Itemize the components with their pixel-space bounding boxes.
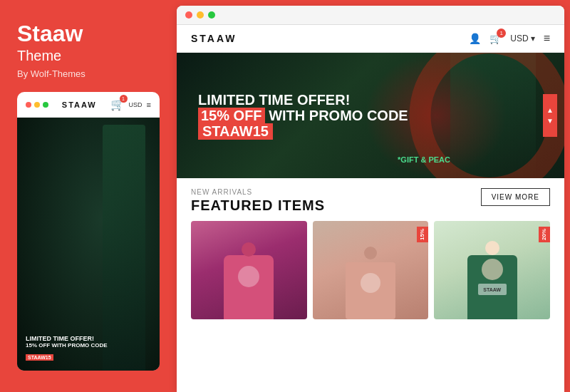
mobile-currency: USD [129,101,142,108]
user-icon[interactable]: 👤 [469,33,481,44]
hero-text: LIMITED TIME OFFER! 15% OFF WITH PROMO C… [198,92,408,140]
hero-line3: STAAW15 [198,123,273,140]
hero-line2-rest: WITH PROMO CODE [269,108,408,123]
scroll-down-icon: ▼ [546,117,554,125]
browser-window: STAAW 👤 🛒 1 USD ▾ ≡ LIMITED TIME OFFER! [177,6,564,392]
view-more-button[interactable]: VIEW MORE [481,188,550,206]
store-nav: STAAW 👤 🛒 1 USD ▾ ≡ [177,25,564,53]
hamburger-menu-icon[interactable]: ≡ [544,32,550,45]
mobile-dot-red [26,102,31,108]
featured-title: FEATURED ITEMS [191,197,325,214]
mobile-dots [26,102,48,108]
store-logo: STAAW [191,33,237,44]
mobile-preview-header: STAAW 🛒 1 USD ≡ [17,92,160,118]
browser-dot-red [185,11,192,19]
mobile-menu-icon: ≡ [147,100,151,109]
mobile-preview: STAAW 🛒 1 USD ≡ LIMITED TIME OFFER! 15% … [17,92,160,371]
hero-line2: 15% OFF WITH PROMO CODE [198,108,408,123]
featured-header: NEW ARRIVALS FEATURED ITEMS VIEW MORE [191,188,550,214]
featured-header-left: NEW ARRIVALS FEATURED ITEMS [191,188,325,214]
brand-title: Staaw [17,21,160,46]
chevron-down-icon: ▾ [531,33,535,43]
mobile-cart-badge: 1 [120,95,128,103]
cart-wrapper[interactable]: 🛒 1 [489,32,502,45]
currency-label: USD [510,33,528,43]
mobile-cart-icon: 🛒 1 [110,98,125,111]
mobile-hero-line3: STAAW15 [26,354,53,361]
sidebar-brand: Staaw Theme By Wolf-Themes [17,21,160,92]
browser-dot-yellow [197,11,204,19]
product-card-3[interactable]: STAAW 20% [434,221,550,319]
mobile-nav-icons: 🛒 1 USD ≡ [110,98,151,111]
hoodie-shape [224,255,274,319]
browser-dot-green [208,11,215,19]
brand-subtitle: Theme [17,48,160,64]
mobile-dot-yellow [34,102,40,108]
mobile-hero-line2: 15% OFF WITH PROMO CODE [26,342,108,349]
featured-section: NEW ARRIVALS FEATURED ITEMS VIEW MORE [177,178,564,392]
hero-gift-text: *GIFT & PEAC [398,155,450,164]
mobile-hero-figure [103,125,145,371]
jacket-shape: STAAW [467,255,517,319]
product-grid: 15% STAAW 20% [191,221,550,319]
sidebar: Staaw Theme By Wolf-Themes STAAW 🛒 1 USD… [0,0,177,392]
product-card-1[interactable] [191,221,307,319]
browser-content: STAAW 👤 🛒 1 USD ▾ ≡ LIMITED TIME OFFER! [177,25,564,392]
hero-highlight: 15% OFF [198,108,265,123]
scroll-up-icon: ▲ [546,106,554,114]
store-nav-right: 👤 🛒 1 USD ▾ ≡ [469,32,550,45]
mobile-hero-text: LIMITED TIME OFFER! 15% OFF WITH PROMO C… [26,335,108,362]
mobile-hero-line1: LIMITED TIME OFFER! [26,335,108,343]
new-arrivals-label: NEW ARRIVALS [191,188,325,196]
hero-line1: LIMITED TIME OFFER! [198,92,408,108]
tshirt-shape [346,262,395,319]
cart-badge: 1 [497,29,506,38]
product-badge-3: 20% [539,227,550,242]
product-badge-2: 15% [417,227,428,242]
mobile-dot-green [43,102,48,108]
browser-chrome [177,6,564,25]
mobile-hero: LIMITED TIME OFFER! 15% OFF WITH PROMO C… [17,118,160,371]
hero-banner: LIMITED TIME OFFER! 15% OFF WITH PROMO C… [177,53,564,178]
product-card-2[interactable]: 15% [313,221,429,319]
brand-author: By Wolf-Themes [17,68,160,79]
currency-selector[interactable]: USD ▾ [510,33,534,43]
mobile-logo: STAAW [62,100,97,109]
hero-scroll-icon: ▲ ▼ [543,94,557,137]
